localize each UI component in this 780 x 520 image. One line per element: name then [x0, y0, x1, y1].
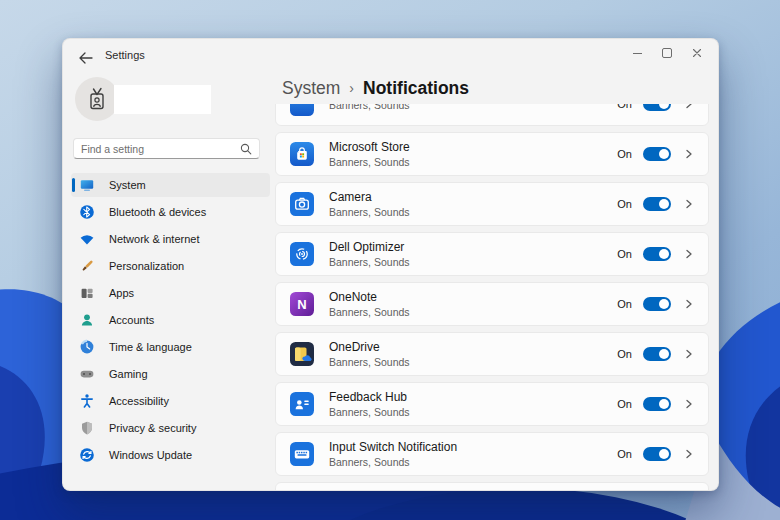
system-icon	[79, 177, 95, 193]
sidebar-item-label: Gaming	[109, 368, 148, 380]
svg-text:N: N	[297, 297, 306, 312]
sidebar-item-system[interactable]: System	[71, 173, 270, 197]
toggle-knob	[659, 249, 669, 259]
notification-row[interactable]: Dell Optimizer Banners, Sounds On	[275, 232, 709, 276]
sidebar-item-personalization[interactable]: Personalization	[71, 254, 270, 278]
toggle-knob	[659, 199, 669, 209]
maximize-button[interactable]	[652, 41, 682, 65]
notification-toggle[interactable]	[643, 447, 671, 461]
search-icon	[240, 143, 252, 155]
notification-toggle[interactable]	[643, 147, 671, 161]
input-switch-icon	[290, 442, 314, 466]
notification-row[interactable]: Camera Banners, Sounds On	[275, 182, 709, 226]
gaming-icon	[79, 366, 95, 382]
settings-window: Settings	[62, 38, 719, 491]
app-name: Dell Optimizer	[329, 240, 617, 254]
back-arrow-icon	[79, 52, 93, 64]
avatar[interactable]	[75, 77, 119, 121]
minimize-button[interactable]	[622, 41, 652, 65]
sidebar-item-windows-update[interactable]: Windows Update	[71, 443, 270, 467]
notifications-list: Banners, Sounds On	[275, 104, 709, 490]
sidebar-item-privacy-security[interactable]: Privacy & security	[71, 416, 270, 440]
app-name: Camera	[329, 190, 617, 204]
toggle-knob	[659, 104, 669, 109]
sidebar-item-time-language[interactable]: Time & language	[71, 335, 270, 359]
personalization-icon	[79, 258, 95, 274]
app-name: OneDrive	[329, 340, 617, 354]
sidebar-item-label: Windows Update	[109, 449, 192, 461]
toggle-knob	[659, 349, 669, 359]
toggle-state-label: On	[617, 348, 632, 360]
notification-row[interactable]: Input Switch Notification Banners, Sound…	[275, 432, 709, 476]
sidebar-item-gaming[interactable]: Gaming	[71, 362, 270, 386]
sidebar-item-accounts[interactable]: Accounts	[71, 308, 270, 332]
bluetooth-icon	[79, 204, 95, 220]
minimize-icon	[633, 53, 642, 54]
notification-row[interactable]: Banners, Sounds On	[275, 104, 709, 126]
chevron-right-icon	[684, 299, 694, 309]
notification-row[interactable]: Microsoft Store Banners, Sounds On	[275, 132, 709, 176]
back-button[interactable]	[79, 50, 93, 62]
notification-row[interactable]: OneDrive Banners, Sounds On	[275, 332, 709, 376]
chevron-right-icon	[684, 399, 694, 409]
sidebar-item-bluetooth-devices[interactable]: Bluetooth & devices	[71, 200, 270, 224]
microsoft-store-icon	[290, 142, 314, 166]
camera-icon	[290, 192, 314, 216]
notification-toggle[interactable]	[643, 297, 671, 311]
window-controls	[622, 41, 712, 65]
notification-toggle[interactable]	[643, 247, 671, 261]
app-subtitle: Banners, Sounds	[329, 156, 617, 168]
app-name: OneNote	[329, 290, 617, 304]
notification-toggle[interactable]	[643, 197, 671, 211]
sidebar-item-accessibility[interactable]: Accessibility	[71, 389, 270, 413]
toggle-state-label: On	[617, 298, 632, 310]
chevron-right-icon	[684, 199, 694, 209]
toggle-knob	[659, 299, 669, 309]
chevron-right-icon	[684, 349, 694, 359]
toggle-state-label: On	[617, 148, 632, 160]
page-title: Notifications	[363, 78, 469, 99]
sidebar-item-label: Personalization	[109, 260, 184, 272]
onedrive-icon	[290, 342, 314, 366]
app-icon	[290, 104, 314, 116]
close-icon	[692, 48, 702, 58]
toggle-knob	[659, 399, 669, 409]
accounts-icon	[79, 312, 95, 328]
search-input[interactable]	[81, 143, 240, 155]
breadcrumb-parent[interactable]: System	[282, 78, 340, 99]
app-subtitle: Banners, Sounds	[329, 256, 617, 268]
dell-optimizer-icon	[290, 242, 314, 266]
sidebar-item-label: Bluetooth & devices	[109, 206, 206, 218]
sidebar-item-label: Time & language	[109, 341, 192, 353]
close-button[interactable]	[682, 41, 712, 65]
sidebar-item-label: System	[109, 179, 146, 191]
user-name-redacted	[114, 85, 211, 114]
toggle-state-label: On	[617, 398, 632, 410]
notification-toggle[interactable]	[643, 397, 671, 411]
apps-icon	[79, 285, 95, 301]
sidebar-item-label: Accessibility	[109, 395, 169, 407]
notification-toggle[interactable]	[643, 347, 671, 361]
accessibility-icon	[79, 393, 95, 409]
notification-row[interactable]: Feedback Hub Banners, Sounds On	[275, 382, 709, 426]
notification-row[interactable]: N OneNote Banners, Sounds On	[275, 282, 709, 326]
sidebar-nav: System Bluetooth & devices Network & int…	[71, 173, 270, 470]
toggle-state-label: On	[617, 248, 632, 260]
sidebar-item-apps[interactable]: Apps	[71, 281, 270, 305]
app-name: Feedback Hub	[329, 390, 617, 404]
notification-toggle[interactable]	[643, 104, 671, 111]
app-subtitle: Banners, Sounds	[329, 104, 617, 111]
chevron-right-icon	[684, 149, 694, 159]
maximize-icon	[662, 48, 672, 58]
chevron-right-icon	[684, 449, 694, 459]
chevron-right-icon	[684, 104, 694, 109]
windows-update-icon	[79, 447, 95, 463]
notification-row[interactable]	[275, 482, 709, 490]
onenote-icon: N	[290, 292, 314, 316]
app-subtitle: Banners, Sounds	[329, 206, 617, 218]
sidebar-item-network-internet[interactable]: Network & internet	[71, 227, 270, 251]
toggle-state-label: On	[617, 104, 632, 110]
app-name: Input Switch Notification	[329, 440, 617, 454]
feedback-hub-icon	[290, 392, 314, 416]
search-box	[73, 138, 260, 159]
